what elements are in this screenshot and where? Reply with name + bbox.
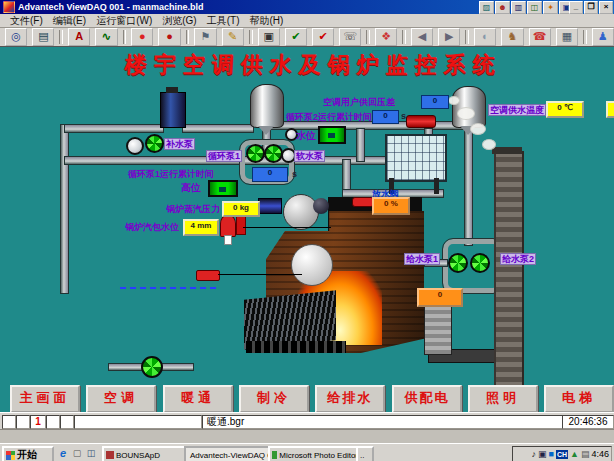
nav-heating-button[interactable]: 暖通 bbox=[163, 385, 233, 413]
feed-pump2-label: 给水泵2 bbox=[500, 253, 536, 265]
nav-hvac-button[interactable]: 空调 bbox=[86, 385, 156, 413]
titlebar-tray-icon[interactable]: ✦ bbox=[543, 1, 558, 14]
task-label: Microsoft Photo Editor bbox=[279, 450, 358, 461]
updates-icon[interactable]: ▲ bbox=[570, 449, 579, 459]
arrow-left-icon[interactable]: ◀ bbox=[411, 28, 433, 46]
arrow-right-icon[interactable]: ▶ bbox=[438, 28, 460, 46]
menu-help[interactable]: 帮助(H) bbox=[249, 14, 283, 28]
smoke-puff bbox=[482, 139, 496, 150]
volume-icon[interactable]: ♪ bbox=[531, 449, 536, 459]
window-bottom-strip bbox=[0, 429, 614, 444]
igniter-line-2 bbox=[218, 274, 302, 275]
nav-main-button[interactable]: 主画面 bbox=[10, 385, 80, 413]
flag-icon[interactable]: ⚑ bbox=[194, 28, 216, 46]
network-icon[interactable]: ▤ bbox=[581, 449, 590, 459]
pump1-runtime-label: 循环泵1运行累计时间 bbox=[128, 168, 214, 181]
tray-clock[interactable]: 4:46 bbox=[591, 449, 609, 459]
ime-indicator[interactable]: CH bbox=[556, 450, 568, 459]
trend-chart-icon[interactable]: ∿ bbox=[95, 28, 117, 46]
desktop-icon[interactable]: ▢ bbox=[70, 447, 84, 459]
tank-cap bbox=[166, 87, 178, 93]
nav-power-button[interactable]: 供配电 bbox=[392, 385, 462, 413]
stop-ball-icon[interactable]: ● bbox=[158, 28, 180, 46]
menu-file[interactable]: 文件(F) bbox=[10, 14, 43, 28]
taskbar-more-button[interactable]: .. bbox=[356, 446, 374, 461]
pump2-runtime-label: 循环泵2运行累计时间 bbox=[286, 111, 372, 124]
titlebar-tray-icon[interactable]: ▥ bbox=[511, 1, 526, 14]
menu-browse[interactable]: 浏览(G) bbox=[162, 14, 196, 28]
status-cell bbox=[16, 415, 30, 429]
menu-run-window[interactable]: 运行窗口(W) bbox=[96, 14, 152, 28]
titlebar-tray-icon[interactable]: ☻ bbox=[495, 1, 510, 14]
pipe bbox=[158, 363, 194, 371]
pressure-diff-label: 空调用户供回压差 bbox=[323, 96, 395, 109]
nav-drainage-button[interactable]: 给排水 bbox=[315, 385, 385, 413]
nav-cooling-button[interactable]: 制冷 bbox=[239, 385, 309, 413]
drain-valve-icon[interactable] bbox=[352, 197, 374, 207]
exchanger-leg bbox=[434, 178, 439, 194]
windows-logo-icon bbox=[6, 451, 15, 460]
assistant-icon[interactable]: ♞ bbox=[501, 28, 523, 46]
control-panel-icon[interactable]: ▤ bbox=[32, 28, 54, 46]
ie-icon[interactable]: e bbox=[56, 447, 70, 459]
edit-pen-icon[interactable]: ✎ bbox=[222, 28, 244, 46]
pipe bbox=[60, 124, 69, 294]
check-red-icon[interactable]: ✔ bbox=[312, 28, 334, 46]
system-tray: ♪ ▣ ■ CH ▲ ▤ 4:46 bbox=[512, 446, 612, 461]
window-title: Advantech ViewDAQ 001 - manmachine.bld bbox=[18, 2, 203, 12]
circ-pump1-fan[interactable] bbox=[246, 144, 265, 163]
palette-icon[interactable]: ❖ bbox=[375, 28, 397, 46]
search-icon[interactable]: ◎ bbox=[5, 28, 27, 46]
pipe bbox=[464, 128, 473, 246]
igniter-tip bbox=[224, 235, 232, 245]
makeup-pump-label: 补水泵 bbox=[164, 138, 195, 150]
expansion-tank bbox=[160, 92, 186, 128]
check-green-icon[interactable]: ✔ bbox=[285, 28, 307, 46]
minimize-button[interactable]: _ bbox=[569, 1, 583, 14]
pump2-runtime-value: 0 bbox=[372, 110, 399, 124]
channels-icon[interactable]: ◫ bbox=[84, 447, 98, 459]
fuel-dashed-line bbox=[120, 287, 216, 289]
feed-pump1-fan[interactable] bbox=[448, 253, 468, 273]
smoke-puff bbox=[448, 96, 460, 105]
run-ball-icon[interactable]: ● bbox=[131, 28, 153, 46]
pump2-runtime-unit: s bbox=[401, 111, 406, 121]
globe-icon[interactable]: ◐ bbox=[474, 28, 496, 46]
pipe bbox=[108, 363, 144, 371]
titlebar-tray-icon[interactable]: ▨ bbox=[479, 1, 494, 14]
pipe bbox=[182, 124, 254, 133]
dial-icon[interactable]: ☏ bbox=[339, 28, 361, 46]
taskbar-task-bounsapd[interactable]: BOUNSApD bbox=[102, 446, 186, 461]
user-icon[interactable]: ♟ bbox=[592, 28, 614, 46]
page-title: 楼宇空调供水及锅炉监控系统 bbox=[87, 50, 539, 80]
makeup-pump-fan[interactable] bbox=[145, 134, 164, 153]
valve-red[interactable] bbox=[406, 115, 436, 128]
menu-edit[interactable]: 编辑(E) bbox=[53, 14, 86, 28]
maximize-button[interactable]: ❐ bbox=[584, 1, 598, 14]
feed-pump2-fan[interactable] bbox=[470, 253, 490, 273]
start-button[interactable]: 开始 bbox=[2, 446, 54, 461]
supply-temp-label: 空调供水温度 bbox=[488, 104, 546, 116]
water-tank bbox=[250, 84, 284, 128]
menu-tools[interactable]: 工具(T) bbox=[207, 14, 240, 28]
app-icon bbox=[3, 1, 15, 13]
drain-valve-value: 0 % bbox=[372, 197, 410, 215]
taskbar-task-viewdaq[interactable]: Advantech-ViewDAQ 001. bbox=[184, 446, 270, 461]
camera-icon[interactable]: ▣ bbox=[258, 28, 280, 46]
status-cell bbox=[46, 415, 60, 429]
taskbar-task-photo-editor[interactable]: Microsoft Photo Editor bbox=[268, 446, 360, 461]
alarm-log-icon[interactable]: A bbox=[68, 28, 90, 46]
tray-app-icon[interactable]: ▣ bbox=[538, 449, 547, 459]
nav-lighting-button[interactable]: 照明 bbox=[468, 385, 538, 413]
titlebar-tray-icon[interactable]: ◫ bbox=[527, 1, 542, 14]
close-button[interactable]: × bbox=[599, 1, 613, 14]
film-icon[interactable]: ▦ bbox=[556, 28, 578, 46]
phone-icon[interactable]: ☎ bbox=[529, 28, 551, 46]
smoke-puff bbox=[470, 123, 486, 135]
nav-elevator-button[interactable]: 电梯 bbox=[544, 385, 614, 413]
blower-fan[interactable] bbox=[141, 356, 163, 378]
drum-level-value: 4 mm bbox=[183, 219, 219, 236]
status-field bbox=[74, 415, 202, 429]
tray-app-icon-2[interactable]: ■ bbox=[548, 449, 553, 459]
more-label: .. bbox=[360, 450, 364, 461]
